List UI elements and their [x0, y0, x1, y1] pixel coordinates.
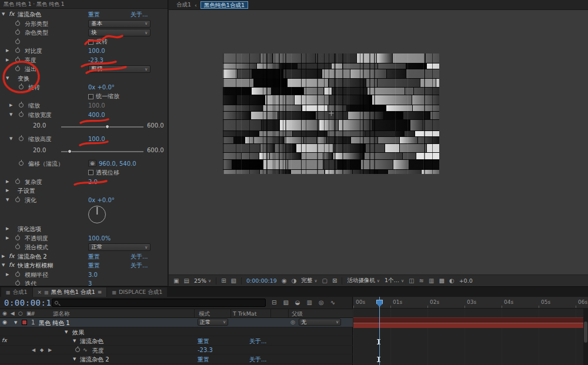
- close-tab-icon[interactable]: ×: [38, 289, 42, 295]
- layer-1-row[interactable]: ◉▼1黑色 纯色 1正常∨◎无∨: [0, 318, 353, 327]
- fractal-type-dropdown[interactable]: 基本∨: [88, 20, 151, 28]
- stopwatch-icon[interactable]: [15, 236, 20, 240]
- turbulent-noise-2-reset-link[interactable]: 重置: [88, 253, 100, 261]
- flowchart-icon[interactable]: ▩: [439, 277, 444, 284]
- stopwatch-icon[interactable]: [19, 112, 24, 117]
- stopwatch-icon[interactable]: [15, 48, 20, 53]
- twirl-closed-icon[interactable]: ▶: [6, 272, 9, 277]
- twirl-closed-icon[interactable]: ▶: [6, 188, 9, 193]
- current-time-indicator-line[interactable]: [379, 297, 380, 365]
- tl-brightness-value[interactable]: -23.3: [198, 347, 213, 353]
- turbulent-noise-2-about-link[interactable]: 关于...: [131, 253, 148, 261]
- offset-turbulence-value[interactable]: 960.0, 540.0: [99, 160, 136, 167]
- stopwatch-icon[interactable]: [15, 30, 20, 35]
- scrollbar-thumb[interactable]: [584, 322, 587, 343]
- scale-height-slider-track[interactable]: [61, 151, 143, 152]
- tl-turbulent-noise-2-reset-link[interactable]: 重置: [198, 356, 209, 364]
- brightness-value[interactable]: -23.3: [88, 57, 103, 63]
- twirl-closed-icon[interactable]: ▶: [6, 179, 9, 184]
- twirl-open-icon[interactable]: ▼: [6, 197, 9, 202]
- pixel-aspect-icon[interactable]: ◫: [409, 277, 414, 284]
- tl-turbulent-noise-reset-link[interactable]: 重置: [198, 337, 209, 346]
- timeline-tab-comp-1[interactable]: ▦合成1: [1, 287, 32, 297]
- scale-height-slider-handle[interactable]: [68, 149, 72, 153]
- video-eye-icon[interactable]: ◉: [2, 310, 7, 316]
- stopwatch-icon[interactable]: [15, 281, 20, 286]
- twirl-open-icon[interactable]: ▼: [73, 357, 76, 361]
- current-time-display[interactable]: 0:00:00:19: [4, 298, 56, 307]
- graph-editor-icon[interactable]: ∿: [330, 299, 335, 306]
- stopwatch-icon[interactable]: [19, 161, 24, 166]
- stopwatch-icon[interactable]: [15, 58, 20, 62]
- layer-name[interactable]: 黑色 纯色 1: [39, 319, 70, 327]
- frame-blending-icon[interactable]: ▥: [307, 299, 312, 306]
- scale-width-slider-track[interactable]: [61, 126, 143, 128]
- scale-width-value[interactable]: 400.0: [88, 112, 105, 118]
- turbulent-noise-reset-link[interactable]: 重置: [88, 11, 100, 19]
- view-layout-dropdown[interactable]: 1个…∨: [385, 277, 404, 284]
- timeline-scrollbar[interactable]: [583, 309, 588, 365]
- channels-icon[interactable]: ◑: [292, 277, 297, 284]
- tl-turbulent-noise-2-about-link[interactable]: 关于...: [249, 356, 267, 364]
- stopwatch-icon[interactable]: [19, 103, 24, 108]
- solo-icon[interactable]: ○: [18, 310, 23, 316]
- layer-selected-bar[interactable]: [353, 323, 583, 328]
- stopwatch-icon[interactable]: [15, 272, 20, 277]
- snapshot-icon[interactable]: ▣: [173, 277, 179, 284]
- comp-mini-flowchart-icon[interactable]: ⊟: [272, 299, 276, 306]
- rotation-value[interactable]: 0x +0.0°: [88, 84, 115, 91]
- panel-menu-icon[interactable]: ≡: [98, 289, 102, 295]
- audio-icon[interactable]: ◀: [11, 310, 15, 316]
- invert-checkbox[interactable]: [88, 39, 93, 45]
- viewer-timecode[interactable]: 0:00:00:19: [246, 277, 277, 284]
- twirl-closed-icon[interactable]: ▶: [6, 58, 9, 62]
- draft-3d-icon[interactable]: ▧: [283, 299, 288, 306]
- column-source-name[interactable]: 源名称: [53, 310, 70, 318]
- stopwatch-icon[interactable]: [75, 347, 80, 352]
- resolution-dropdown[interactable]: 完整∨: [301, 277, 317, 284]
- layer-color-swatch[interactable]: [22, 320, 27, 325]
- grid-guides-icon[interactable]: ⊞: [221, 277, 226, 284]
- blur-radius-value[interactable]: 3.0: [88, 272, 98, 278]
- reset-exposure-icon[interactable]: ◐: [449, 277, 455, 284]
- twirl-open-icon[interactable]: ▼: [2, 263, 5, 267]
- fast-box-blur-about-link[interactable]: 关于...: [131, 262, 148, 270]
- twirl-open-icon[interactable]: ▼: [73, 339, 76, 343]
- timeline-tab-displace-comp[interactable]: ▦DISPLACE 合成1: [107, 287, 167, 297]
- twirl-closed-icon[interactable]: ▶: [2, 254, 5, 259]
- tl-turbulent-noise-about-link[interactable]: 关于...: [249, 337, 267, 346]
- stopwatch-icon[interactable]: [15, 197, 20, 202]
- opacity-value[interactable]: 100.0%: [88, 235, 111, 242]
- twirl-open-icon[interactable]: ▼: [6, 76, 9, 81]
- stopwatch-icon[interactable]: [15, 21, 20, 26]
- effect-controls-tab[interactable]: 黑色 纯色 1 · 黑色 纯色 1: [0, 0, 168, 9]
- twirl-closed-icon[interactable]: ▶: [6, 226, 9, 231]
- iterations-value[interactable]: 3: [88, 280, 92, 286]
- evolution-dial[interactable]: [88, 206, 106, 223]
- timeline-panel-icon[interactable]: ▥: [429, 277, 434, 284]
- uniform-scaling-checkbox[interactable]: [88, 94, 93, 99]
- evolution-value[interactable]: 0x +0.0°: [88, 197, 115, 203]
- next-keyframe-icon[interactable]: ▶: [48, 347, 52, 353]
- fast-previews-icon[interactable]: ≋: [419, 277, 424, 284]
- scale-height-value[interactable]: 100.0: [88, 136, 105, 142]
- twirl-closed-icon[interactable]: ▶: [6, 236, 9, 240]
- previous-keyframe-icon[interactable]: ◀: [32, 347, 35, 353]
- perspective-offset-checkbox[interactable]: [88, 170, 93, 175]
- breadcrumb-active-comp[interactable]: 黑色纯色1合成1: [201, 1, 248, 9]
- scale-value[interactable]: 100.0: [88, 102, 105, 109]
- transparency-grid-icon[interactable]: ⊠: [332, 277, 337, 284]
- parent-dropdown[interactable]: 无∨: [299, 319, 341, 326]
- timeline-tab-black-solid-comp[interactable]: ×▦黑色 纯色1 合成1≡: [33, 287, 107, 297]
- stopwatch-icon[interactable]: [15, 179, 20, 184]
- fast-box-blur-reset-link[interactable]: 重置: [88, 262, 100, 270]
- stopwatch-icon[interactable]: [19, 85, 24, 89]
- stopwatch-icon[interactable]: [15, 66, 20, 71]
- time-ruler[interactable]: 00s01s02s03s04s05s06s: [353, 297, 588, 309]
- overflow-dropdown[interactable]: 剪切∨: [88, 65, 151, 73]
- twirl-open-icon[interactable]: ▼: [9, 112, 12, 117]
- blending-mode-dropdown[interactable]: 正常∨: [88, 243, 151, 251]
- twirl-open-icon[interactable]: ▼: [65, 330, 68, 334]
- parent-pickwhip-icon[interactable]: ◎: [290, 319, 295, 325]
- stopwatch-icon[interactable]: [15, 245, 20, 249]
